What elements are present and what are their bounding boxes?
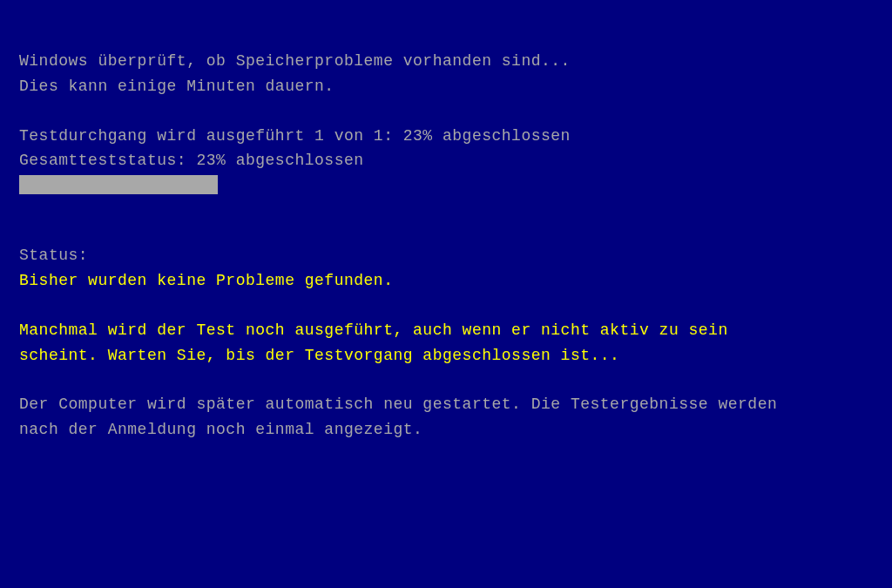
test-run-status: Testdurchgang wird ausgeführt 1 von 1: 2… bbox=[19, 124, 873, 149]
progress-bar bbox=[19, 175, 218, 194]
spacer bbox=[19, 194, 873, 243]
header-line-2: Dies kann einige Minuten dauern. bbox=[19, 74, 873, 99]
header-line-1: Windows überprüft, ob Speicherprobleme v… bbox=[19, 49, 873, 74]
status-wait-line-1: Manchmal wird der Test noch ausgeführt, … bbox=[19, 318, 873, 343]
spacer bbox=[19, 368, 873, 392]
test-total-status: Gesamtteststatus: 23% abgeschlossen bbox=[19, 148, 873, 173]
footer-line-2: nach der Anmeldung noch einmal angezeigt… bbox=[19, 417, 873, 443]
status-label: Status: bbox=[19, 243, 873, 268]
status-no-problems: Bisher wurden keine Probleme gefunden. bbox=[19, 268, 873, 294]
spacer bbox=[19, 99, 873, 124]
footer-line-1: Der Computer wird später automatisch neu… bbox=[19, 392, 873, 417]
status-wait-line-2: scheint. Warten Sie, bis der Testvorgang… bbox=[19, 343, 873, 368]
spacer bbox=[19, 294, 873, 318]
